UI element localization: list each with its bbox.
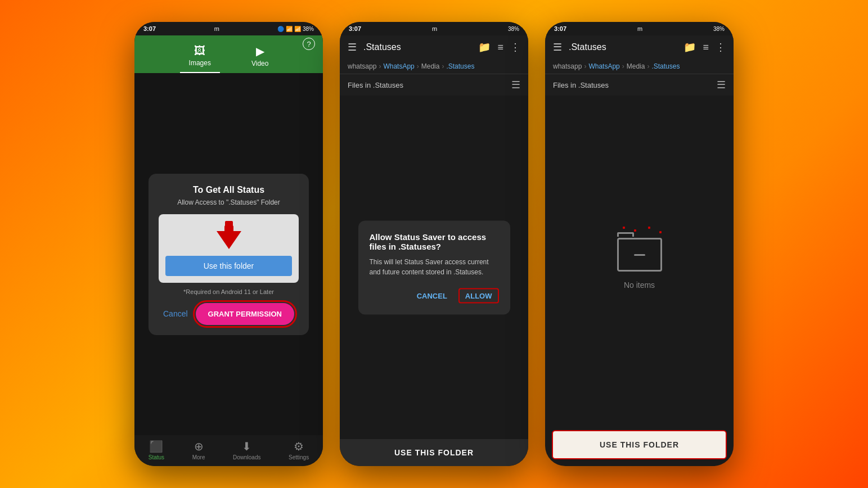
signal-1: 🔵 📶 📶 38% <box>277 26 314 32</box>
more-icon-3[interactable]: ⋮ <box>716 41 726 53</box>
toolbar-3: ☰ .Statuses 📁 ≡ ⋮ <box>545 35 734 59</box>
sort-icon-3[interactable]: ≡ <box>703 42 709 53</box>
perm-cancel-button-2[interactable]: CANCEL <box>417 288 447 303</box>
breadcrumb-whatsapp-folder-3: WhatsApp <box>588 62 619 70</box>
cancel-link-1[interactable]: Cancel <box>163 309 188 318</box>
dialog-box-1: To Get All Status Allow Access to ".Stat… <box>149 174 309 335</box>
grant-permission-button[interactable]: GRANT PERMISSION <box>196 303 294 325</box>
files-header-3: Files in .Statuses ☰ <box>545 74 734 96</box>
tabs-1: 🖼 Images ▶ Video <box>134 40 323 73</box>
carrier-3: m <box>637 25 642 32</box>
nav-settings-label: Settings <box>289 454 309 460</box>
downloads-nav-icon: ⬇ <box>242 440 251 453</box>
signal-3: 38% <box>713 26 725 32</box>
use-folder-button[interactable]: Use this folder <box>165 256 292 276</box>
breadcrumb-whatsapp-3: whatsapp <box>553 62 582 70</box>
breadcrumb-statuses-2: .Statuses <box>446 62 474 70</box>
breadcrumb-3: whatsapp › WhatsApp › Media › .Statuses <box>545 59 734 74</box>
perm-body-2: This will let Status Saver access curren… <box>370 256 499 277</box>
required-text: *Required on Android 11 or Later <box>159 288 299 295</box>
phone-1: 3:07 m 🔵 📶 📶 38% 🖼 Images ▶ Video ? <box>134 22 323 466</box>
content-area-1: To Get All Status Allow Access to ".Stat… <box>134 73 323 435</box>
status-bar-2: 3:07 m 38% <box>340 22 528 35</box>
dialog-subtitle-1: Allow Access to ".Statuses" Folder <box>159 198 299 206</box>
no-items-3: No items <box>617 232 662 290</box>
screenshots-container: 3:07 m 🔵 📶 📶 38% 🖼 Images ▶ Video ? <box>123 11 745 477</box>
menu-icon-3[interactable]: ☰ <box>553 41 562 53</box>
files-header-text-2: Files in .Statuses <box>348 81 403 89</box>
app-header-1: 🖼 Images ▶ Video ? <box>134 35 323 73</box>
time-1: 3:07 <box>143 25 156 32</box>
nav-settings[interactable]: ⚙ Settings <box>289 440 309 460</box>
empty-folder-icon-3 <box>617 232 662 272</box>
use-folder-bottom-2[interactable]: USE THIS FOLDER <box>340 439 528 466</box>
dialog-overlay-1: To Get All Status Allow Access to ".Stat… <box>134 73 323 435</box>
arrow-down-icon <box>217 231 241 249</box>
status-bar-3: 3:07 m 38% <box>545 22 734 35</box>
breadcrumb-2: whatsapp › WhatsApp › Media › .Statuses <box>340 59 528 74</box>
tab-video[interactable]: ▶ Video <box>242 40 277 73</box>
breadcrumb-media-3: Media <box>627 62 645 70</box>
status-bar-1: 3:07 m 🔵 📶 📶 38% <box>134 22 323 35</box>
dark-content-3: No items <box>545 96 734 426</box>
battery-3: 38% <box>713 26 725 32</box>
sort-icon-2[interactable]: ≡ <box>497 42 503 53</box>
signal-icon: 🔵 📶 📶 <box>277 26 301 32</box>
tab-images-label: Images <box>189 59 211 67</box>
files-header-2: Files in .Statuses ☰ <box>340 74 528 96</box>
toolbar-title-3: .Statuses <box>569 42 677 52</box>
images-icon: 🖼 <box>194 44 205 57</box>
status-nav-icon: ⬛ <box>149 440 163 453</box>
nav-downloads-label: Downloads <box>233 454 260 460</box>
dialog-actions-1: Cancel GRANT PERMISSION <box>159 303 299 325</box>
nav-status[interactable]: ⬛ Status <box>149 440 164 460</box>
toolbar-2: ☰ .Statuses 📁 ≡ ⋮ <box>340 35 528 59</box>
breadcrumb-media-2: Media <box>421 62 440 70</box>
settings-nav-icon: ⚙ <box>294 440 304 453</box>
tab-images[interactable]: 🖼 Images <box>180 40 220 73</box>
breadcrumb-statuses-3: .Statuses <box>651 62 680 70</box>
tab-video-label: Video <box>251 60 268 67</box>
signal-2: 38% <box>508 26 519 32</box>
carrier-2: m <box>432 25 437 32</box>
help-button[interactable]: ? <box>303 38 315 50</box>
files-header-text-3: Files in .Statuses <box>553 81 609 89</box>
new-folder-icon-2[interactable]: 📁 <box>478 41 491 53</box>
nav-more-label: More <box>192 454 205 460</box>
list-view-icon-3[interactable]: ☰ <box>717 79 726 91</box>
bottom-nav-1: ⬛ Status ⊕ More ⬇ Downloads ⚙ Settings <box>134 435 323 466</box>
perm-title-2: Allow Status Saver to access files in .S… <box>370 232 499 251</box>
toolbar-title-2: .Statuses <box>363 42 471 52</box>
more-icon-2[interactable]: ⋮ <box>510 41 520 53</box>
video-icon: ▶ <box>256 44 264 58</box>
breadcrumb-whatsapp-2: whatsapp <box>348 62 376 70</box>
battery-1: 38% <box>303 26 314 32</box>
dark-content-2: No items Allow Status Saver to access fi… <box>340 96 528 439</box>
dialog-title-1: To Get All Status <box>159 185 299 195</box>
folder-preview: Use this folder <box>159 214 299 283</box>
no-items-text-3: No items <box>624 281 655 290</box>
battery-2: 38% <box>508 26 519 32</box>
list-view-icon-2[interactable]: ☰ <box>511 79 520 91</box>
carrier-1: m <box>214 25 219 32</box>
permission-dialog-2: Allow Status Saver to access files in .S… <box>358 220 510 314</box>
phone-2: 3:07 m 38% ☰ .Statuses 📁 ≡ ⋮ whatsapp › … <box>340 22 528 466</box>
nav-downloads[interactable]: ⬇ Downloads <box>233 440 260 460</box>
time-3: 3:07 <box>554 25 566 32</box>
use-folder-bottom-3[interactable]: USE THIS FOLDER <box>552 430 727 459</box>
breadcrumb-whatsapp-folder-2: WhatsApp <box>383 62 414 70</box>
new-folder-icon-3[interactable]: 📁 <box>683 41 696 53</box>
time-2: 3:07 <box>349 25 361 32</box>
nav-status-label: Status <box>149 454 164 460</box>
perm-actions-2: CANCEL ALLOW <box>370 288 499 303</box>
nav-more[interactable]: ⊕ More <box>192 440 205 460</box>
menu-icon-2[interactable]: ☰ <box>348 41 357 53</box>
more-nav-icon: ⊕ <box>194 440 204 453</box>
perm-allow-button-2[interactable]: ALLOW <box>458 288 499 303</box>
phone-3: 3:07 m 38% ☰ .Statuses 📁 ≡ ⋮ whatsapp › … <box>545 22 734 466</box>
